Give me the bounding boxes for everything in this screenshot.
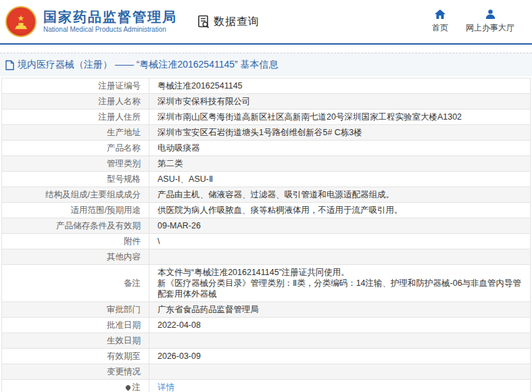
- data-query-section[interactable]: 数据查询: [196, 14, 260, 29]
- device-info-table: 注册证编号粤械注准20162541145注册人名称深圳市安保科技有限公司注册人住…: [1, 78, 531, 392]
- document-icon: [5, 60, 14, 70]
- data-query-label: 数据查询: [214, 15, 260, 29]
- table-row: 结构及组成/主要组成成分产品由主机、储液容器、过滤器、吸引管道和电源适配器组成。: [2, 187, 531, 203]
- nav-label-home: 首页: [432, 22, 448, 34]
- table-row: 审批部门广东省食品药品监督管理局: [2, 302, 531, 318]
- table-row: 注册人住所深圳市南山区粤海街道高新区社区高新南七道20号深圳国家工程实验室大楼A…: [2, 109, 531, 125]
- table-row: 备注本文件与“粤械注准20162141145”注册证共同使用。新《医疗器械分类目…: [2, 265, 531, 302]
- document-search-icon: [196, 14, 211, 29]
- table-row: 批准日期2022-04-08: [2, 318, 531, 333]
- row-label: 产品储存条件及有效期: [2, 218, 149, 234]
- nav-label-service-hall: 网上办事大厅: [466, 22, 514, 34]
- national-emblem-logo: ★: [5, 6, 37, 37]
- home-icon: [435, 9, 445, 22]
- table-row: 生产地址深圳市宝安区石岩街道塘头1号路创维创新谷5# C栋3楼: [2, 125, 531, 141]
- row-value: \: [149, 234, 531, 249]
- table-row: 型号规格ASU-Ⅰ、ASU-Ⅱ: [2, 172, 531, 187]
- table-row: 注册人名称深圳市安保科技有限公司: [2, 94, 531, 109]
- row-value: 电动吸痰器: [149, 141, 531, 156]
- table-row: 适用范围/预期用途供医院为病人作吸脓血、痰等粘稠液体用，不适用于流产吸引用。: [2, 203, 531, 218]
- row-label: 注: [2, 380, 149, 392]
- row-label: 有效期至: [2, 349, 149, 364]
- row-label: 型号规格: [2, 172, 149, 187]
- row-value: 第二类: [149, 156, 531, 172]
- user-icon: [485, 9, 495, 22]
- table-row: 其他内容: [2, 249, 531, 265]
- row-value: 本文件与“粤械注准20162141145”注册证共同使用。新《医疗器械分类目录》…: [149, 265, 531, 302]
- page-title-bar: 境内医疗器械（注册） —— “粤械注准20162541145” 基本信息: [0, 53, 532, 76]
- row-value: 粤械注准20162541145: [149, 78, 531, 94]
- remark-line: 新《医疗器械分类目录》管理类别：Ⅱ类，分类编码：14注输、护理和防护器械-06与…: [158, 278, 522, 299]
- nav-item-service-hall[interactable]: 网上办事大厅: [466, 9, 514, 34]
- row-value: [149, 364, 531, 380]
- row-label: 结构及组成/主要组成成分: [2, 187, 149, 203]
- row-value: ASU-Ⅰ、ASU-Ⅱ: [149, 172, 531, 187]
- row-value: 09-MAR-26: [149, 218, 531, 234]
- row-value: [149, 333, 531, 349]
- row-label: 批准日期: [2, 318, 149, 333]
- row-label: 注册证编号: [2, 78, 149, 94]
- top-nav: 首页 网上办事大厅: [432, 9, 524, 34]
- info-table-body: 注册证编号粤械注准20162541145注册人名称深圳市安保科技有限公司注册人住…: [2, 78, 531, 392]
- row-label: 变更情况: [2, 364, 149, 380]
- row-label: 备注: [2, 265, 149, 302]
- row-value: 深圳市宝安区石岩街道塘头1号路创维创新谷5# C栋3楼: [149, 125, 531, 141]
- emblem-star-icon: ★: [18, 14, 25, 22]
- row-label: 适用范围/预期用途: [2, 203, 149, 218]
- row-label: 审批部门: [2, 302, 149, 318]
- org-title-block: 国家药品监督管理局 National Medical Products Admi…: [43, 9, 177, 34]
- row-label: 生产地址: [2, 125, 149, 141]
- org-name-cn: 国家药品监督管理局: [43, 9, 177, 25]
- row-value: 供医院为病人作吸脓血、痰等粘稠液体用，不适用于流产吸引用。: [149, 203, 531, 218]
- row-value: 广东省食品药品监督管理局: [149, 302, 531, 318]
- site-header: ★ 国家药品监督管理局 National Medical Products Ad…: [0, 0, 532, 45]
- emblem-gate-icon: [15, 23, 27, 29]
- row-label: 其他内容: [2, 249, 149, 265]
- table-row: 管理类别第二类: [2, 156, 531, 172]
- table-row: 产品名称电动吸痰器: [2, 141, 531, 156]
- table-row: 注详情: [2, 380, 531, 392]
- note-pin-icon: [124, 385, 131, 391]
- row-label: 管理类别: [2, 156, 149, 172]
- table-row: 产品储存条件及有效期09-MAR-26: [2, 218, 531, 234]
- row-value: 深圳市安保科技有限公司: [149, 94, 531, 109]
- row-value: 2026-03-09: [149, 349, 531, 364]
- row-value: 产品由主机、储液容器、过滤器、吸引管道和电源适配器组成。: [149, 187, 531, 203]
- detail-link[interactable]: 详情: [158, 383, 174, 392]
- page-title: 境内医疗器械（注册） —— “粤械注准20162541145” 基本信息: [18, 59, 279, 71]
- table-row: 注册证编号粤械注准20162541145: [2, 78, 531, 94]
- row-label: 附件: [2, 234, 149, 249]
- table-row: 生效日期: [2, 333, 531, 349]
- row-label: 生效日期: [2, 333, 149, 349]
- row-value: 深圳市南山区粤海街道高新区社区高新南七道20号深圳国家工程实验室大楼A1302: [149, 109, 531, 125]
- row-value: [149, 249, 531, 265]
- table-row: 附件\: [2, 234, 531, 249]
- table-row: 变更情况: [2, 364, 531, 380]
- row-value: 2022-04-08: [149, 318, 531, 333]
- row-label: 产品名称: [2, 141, 149, 156]
- table-row: 有效期至2026-03-09: [2, 349, 531, 364]
- row-value: 详情: [149, 380, 531, 392]
- nav-item-home[interactable]: 首页: [432, 9, 448, 34]
- remark-line: 本文件与“粤械注准20162141145”注册证共同使用。: [158, 267, 522, 278]
- org-name-en: National Medical Products Administration: [43, 25, 177, 34]
- row-label: 注册人住所: [2, 109, 149, 125]
- row-label: 注册人名称: [2, 94, 149, 109]
